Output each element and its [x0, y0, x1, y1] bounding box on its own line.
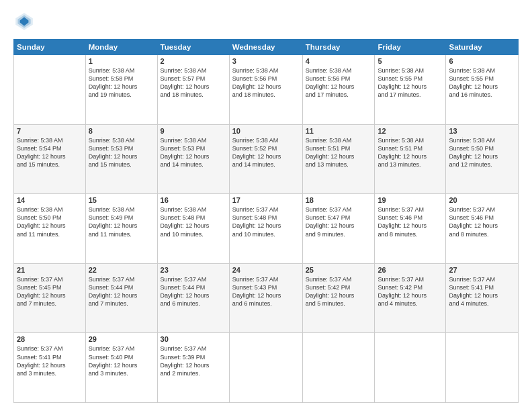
- day-number: 4: [306, 57, 372, 65]
- cell-content: Sunrise: 5:37 AMSunset: 5:48 PMDaylight:…: [232, 206, 281, 237]
- calendar-cell: 21Sunrise: 5:37 AMSunset: 5:45 PMDayligh…: [14, 263, 86, 333]
- calendar-cell: 30Sunrise: 5:37 AMSunset: 5:39 PMDayligh…: [157, 333, 229, 403]
- day-number: 12: [378, 127, 443, 135]
- calendar-cell: 4Sunrise: 5:38 AMSunset: 5:56 PMDaylight…: [302, 55, 375, 125]
- calendar-cell: 10Sunrise: 5:38 AMSunset: 5:52 PMDayligh…: [229, 124, 302, 194]
- day-number: 28: [17, 335, 83, 343]
- calendar-cell: 16Sunrise: 5:38 AMSunset: 5:48 PMDayligh…: [157, 194, 229, 264]
- day-number: 8: [89, 127, 154, 135]
- day-number: 25: [306, 266, 372, 274]
- cell-content: Sunrise: 5:38 AMSunset: 5:56 PMDaylight:…: [232, 67, 281, 98]
- day-number: 7: [17, 127, 83, 135]
- calendar-cell: 3Sunrise: 5:38 AMSunset: 5:56 PMDaylight…: [229, 55, 302, 125]
- calendar-week-3: 14Sunrise: 5:38 AMSunset: 5:50 PMDayligh…: [14, 194, 519, 264]
- day-number: 2: [161, 57, 226, 65]
- calendar-header-monday: Monday: [85, 40, 157, 55]
- cell-content: Sunrise: 5:37 AMSunset: 5:42 PMDaylight:…: [306, 276, 355, 307]
- cell-content: Sunrise: 5:38 AMSunset: 5:53 PMDaylight:…: [89, 137, 138, 168]
- calendar-cell: 17Sunrise: 5:37 AMSunset: 5:48 PMDayligh…: [229, 194, 302, 264]
- calendar-cell: [229, 333, 302, 403]
- day-number: 30: [161, 335, 226, 343]
- day-number: 18: [306, 196, 372, 204]
- cell-content: Sunrise: 5:37 AMSunset: 5:41 PMDaylight:…: [17, 345, 66, 376]
- calendar-cell: [302, 333, 375, 403]
- calendar-week-4: 21Sunrise: 5:37 AMSunset: 5:45 PMDayligh…: [14, 263, 519, 333]
- calendar-cell: 19Sunrise: 5:37 AMSunset: 5:46 PMDayligh…: [375, 194, 446, 264]
- day-number: 15: [89, 196, 154, 204]
- calendar-week-5: 28Sunrise: 5:37 AMSunset: 5:41 PMDayligh…: [14, 333, 519, 403]
- calendar-header-thursday: Thursday: [302, 40, 375, 55]
- calendar-header-saturday: Saturday: [446, 40, 519, 55]
- cell-content: Sunrise: 5:37 AMSunset: 5:47 PMDaylight:…: [306, 206, 355, 237]
- cell-content: Sunrise: 5:37 AMSunset: 5:44 PMDaylight:…: [89, 276, 138, 307]
- cell-content: Sunrise: 5:37 AMSunset: 5:44 PMDaylight:…: [161, 276, 210, 307]
- calendar-header-tuesday: Tuesday: [157, 40, 229, 55]
- cell-content: Sunrise: 5:38 AMSunset: 5:48 PMDaylight:…: [161, 206, 210, 237]
- calendar-cell: 2Sunrise: 5:38 AMSunset: 5:57 PMDaylight…: [157, 55, 229, 125]
- calendar-cell: 22Sunrise: 5:37 AMSunset: 5:44 PMDayligh…: [85, 263, 157, 333]
- calendar-cell: 9Sunrise: 5:38 AMSunset: 5:53 PMDaylight…: [157, 124, 229, 194]
- calendar-header-sunday: Sunday: [14, 40, 86, 55]
- day-number: 24: [232, 266, 300, 274]
- cell-content: Sunrise: 5:38 AMSunset: 5:56 PMDaylight:…: [306, 67, 355, 98]
- day-number: 27: [449, 266, 515, 274]
- calendar-header-friday: Friday: [375, 40, 446, 55]
- calendar-header-wednesday: Wednesday: [229, 40, 302, 55]
- calendar-cell: 18Sunrise: 5:37 AMSunset: 5:47 PMDayligh…: [302, 194, 375, 264]
- calendar-week-1: 1Sunrise: 5:38 AMSunset: 5:58 PMDaylight…: [14, 55, 519, 125]
- calendar-cell: 13Sunrise: 5:38 AMSunset: 5:50 PMDayligh…: [446, 124, 519, 194]
- cell-content: Sunrise: 5:37 AMSunset: 5:43 PMDaylight:…: [232, 276, 281, 307]
- calendar-cell: 24Sunrise: 5:37 AMSunset: 5:43 PMDayligh…: [229, 263, 302, 333]
- calendar-cell: 20Sunrise: 5:37 AMSunset: 5:46 PMDayligh…: [446, 194, 519, 264]
- calendar-cell: 12Sunrise: 5:38 AMSunset: 5:51 PMDayligh…: [375, 124, 446, 194]
- cell-content: Sunrise: 5:38 AMSunset: 5:58 PMDaylight:…: [89, 67, 138, 98]
- calendar-cell: 8Sunrise: 5:38 AMSunset: 5:53 PMDaylight…: [85, 124, 157, 194]
- page: SundayMondayTuesdayWednesdayThursdayFrid…: [0, 0, 532, 411]
- calendar-cell: 5Sunrise: 5:38 AMSunset: 5:55 PMDaylight…: [375, 55, 446, 125]
- day-number: 19: [378, 196, 443, 204]
- calendar-cell: 26Sunrise: 5:37 AMSunset: 5:42 PMDayligh…: [375, 263, 446, 333]
- day-number: 14: [17, 196, 83, 204]
- cell-content: Sunrise: 5:38 AMSunset: 5:50 PMDaylight:…: [449, 137, 498, 168]
- cell-content: Sunrise: 5:38 AMSunset: 5:50 PMDaylight:…: [17, 206, 66, 237]
- calendar-cell: 15Sunrise: 5:38 AMSunset: 5:49 PMDayligh…: [85, 194, 157, 264]
- day-number: 5: [378, 57, 443, 65]
- day-number: 9: [161, 127, 226, 135]
- day-number: 6: [449, 57, 515, 65]
- calendar: SundayMondayTuesdayWednesdayThursdayFrid…: [13, 39, 519, 403]
- cell-content: Sunrise: 5:37 AMSunset: 5:42 PMDaylight:…: [378, 276, 427, 307]
- day-number: 16: [161, 196, 226, 204]
- cell-content: Sunrise: 5:38 AMSunset: 5:55 PMDaylight:…: [378, 67, 427, 98]
- calendar-week-2: 7Sunrise: 5:38 AMSunset: 5:54 PMDaylight…: [14, 124, 519, 194]
- calendar-cell: 7Sunrise: 5:38 AMSunset: 5:54 PMDaylight…: [14, 124, 86, 194]
- cell-content: Sunrise: 5:38 AMSunset: 5:51 PMDaylight:…: [378, 137, 427, 168]
- cell-content: Sunrise: 5:38 AMSunset: 5:57 PMDaylight:…: [161, 67, 210, 98]
- calendar-cell: [14, 55, 86, 125]
- cell-content: Sunrise: 5:38 AMSunset: 5:52 PMDaylight:…: [232, 137, 281, 168]
- day-number: 10: [232, 127, 300, 135]
- header: [13, 11, 519, 32]
- day-number: 20: [449, 196, 515, 204]
- calendar-header-row: SundayMondayTuesdayWednesdayThursdayFrid…: [14, 40, 519, 55]
- cell-content: Sunrise: 5:37 AMSunset: 5:46 PMDaylight:…: [449, 206, 498, 237]
- day-number: 21: [17, 266, 83, 274]
- cell-content: Sunrise: 5:37 AMSunset: 5:45 PMDaylight:…: [17, 276, 66, 307]
- cell-content: Sunrise: 5:38 AMSunset: 5:51 PMDaylight:…: [306, 137, 355, 168]
- day-number: 29: [89, 335, 154, 343]
- calendar-cell: 28Sunrise: 5:37 AMSunset: 5:41 PMDayligh…: [14, 333, 86, 403]
- day-number: 23: [161, 266, 226, 274]
- cell-content: Sunrise: 5:38 AMSunset: 5:49 PMDaylight:…: [89, 206, 138, 237]
- cell-content: Sunrise: 5:38 AMSunset: 5:53 PMDaylight:…: [161, 137, 210, 168]
- calendar-cell: 29Sunrise: 5:37 AMSunset: 5:40 PMDayligh…: [85, 333, 157, 403]
- day-number: 17: [232, 196, 300, 204]
- day-number: 1: [89, 57, 154, 65]
- logo-icon: [13, 11, 35, 32]
- cell-content: Sunrise: 5:37 AMSunset: 5:40 PMDaylight:…: [89, 345, 138, 376]
- calendar-cell: [446, 333, 519, 403]
- cell-content: Sunrise: 5:38 AMSunset: 5:55 PMDaylight:…: [449, 67, 498, 98]
- calendar-cell: 23Sunrise: 5:37 AMSunset: 5:44 PMDayligh…: [157, 263, 229, 333]
- calendar-cell: 25Sunrise: 5:37 AMSunset: 5:42 PMDayligh…: [302, 263, 375, 333]
- day-number: 3: [232, 57, 300, 65]
- calendar-cell: 14Sunrise: 5:38 AMSunset: 5:50 PMDayligh…: [14, 194, 86, 264]
- cell-content: Sunrise: 5:37 AMSunset: 5:41 PMDaylight:…: [449, 276, 498, 307]
